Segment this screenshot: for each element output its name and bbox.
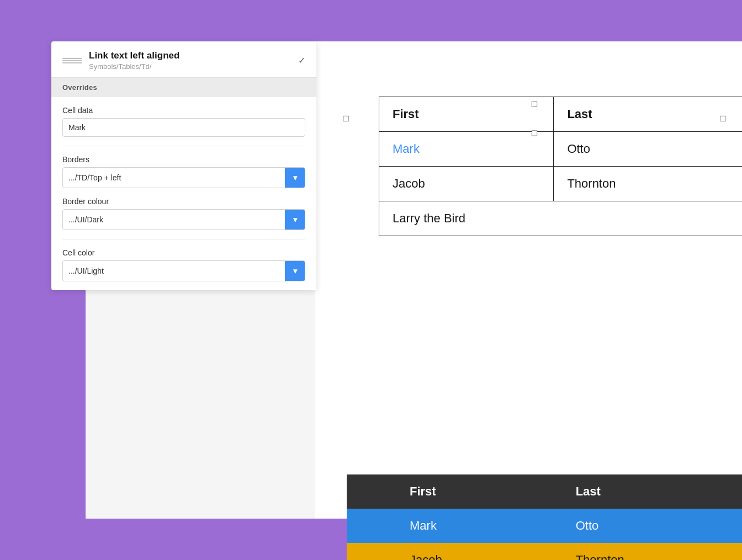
cell-color-select-text: .../UI/Light xyxy=(63,262,285,280)
dark-table-header-num xyxy=(347,474,396,509)
borders-label: Borders xyxy=(62,155,305,164)
dark-table-cell-num-2 xyxy=(347,543,396,560)
dark-table-cell-otto: Otto xyxy=(563,509,742,543)
white-table: First Last Mark Otto Jacob Thornton Larr… xyxy=(379,97,742,236)
table-row: Jacob Thornton xyxy=(347,543,742,560)
dark-table: First Last Mark Otto Jacob Thornton 3 La… xyxy=(347,474,742,560)
dark-table-header-first: First xyxy=(396,474,563,509)
cell-line-2 xyxy=(62,60,82,61)
dark-table-header-last: Last xyxy=(563,474,742,509)
cell-color-dropdown-button[interactable]: ▾ xyxy=(285,261,305,281)
borders-group: Borders .../TD/Top + left ▾ xyxy=(62,155,305,188)
divider-2 xyxy=(62,239,305,239)
cell-data-input[interactable] xyxy=(62,118,305,137)
panel-subtitle: Symbols/Tables/Td/ xyxy=(89,62,179,71)
white-table-cell-jacob: Jacob xyxy=(379,167,554,201)
white-table-cell-larry: Larry the Bird xyxy=(379,201,743,236)
chevron-icon[interactable]: ✓ xyxy=(298,55,305,66)
cell-color-select[interactable]: .../UI/Light ▾ xyxy=(62,260,305,281)
white-table-cell-otto: Otto xyxy=(554,132,742,167)
table-row: Jacob Thornton xyxy=(379,167,743,201)
white-table-cell-thornton: Thornton xyxy=(554,167,742,201)
table-row: Mark Otto xyxy=(347,509,742,543)
border-colour-dropdown-button[interactable]: ▾ xyxy=(285,210,305,230)
panel-title-group: Link text left aligned Symbols/Tables/Td… xyxy=(89,50,179,71)
border-colour-chevron-icon: ▾ xyxy=(293,215,297,224)
borders-select-text: .../TD/Top + left xyxy=(63,169,285,186)
border-colour-select[interactable]: .../UI/Dark ▾ xyxy=(62,209,305,230)
white-table-header-last: Last xyxy=(554,97,742,132)
white-table-cell-mark: Mark xyxy=(379,132,554,167)
border-colour-select-text: .../UI/Dark xyxy=(63,211,285,228)
dark-table-cell-jacob: Jacob xyxy=(396,543,563,560)
cell-color-label: Cell color xyxy=(62,248,305,257)
borders-dropdown-button[interactable]: ▾ xyxy=(285,168,305,188)
cell-line-1 xyxy=(62,58,82,59)
table-row: Mark Otto xyxy=(379,132,743,167)
cell-color-group: Cell color .../UI/Light ▾ xyxy=(62,248,305,281)
border-colour-group: Border colour .../UI/Dark ▾ xyxy=(62,197,305,230)
cell-color-chevron-icon: ▾ xyxy=(293,266,297,275)
divider-1 xyxy=(62,146,305,146)
cell-data-group: Cell data xyxy=(62,106,305,137)
borders-chevron-icon: ▾ xyxy=(293,173,297,182)
border-colour-label: Border colour xyxy=(62,197,305,206)
panel-header: Link text left aligned Symbols/Tables/Td… xyxy=(51,41,316,78)
dark-table-cell-mark: Mark xyxy=(396,509,563,543)
table-row: Larry the Bird xyxy=(379,201,743,236)
panel-header-left: Link text left aligned Symbols/Tables/Td… xyxy=(62,50,179,71)
cell-tiny-preview xyxy=(62,58,82,63)
cell-line-3 xyxy=(62,62,82,63)
cell-data-label: Cell data xyxy=(62,106,305,115)
overrides-header: Overrides xyxy=(51,78,316,97)
borders-select[interactable]: .../TD/Top + left ▾ xyxy=(62,167,305,188)
overrides-panel: Link text left aligned Symbols/Tables/Td… xyxy=(51,41,316,290)
dark-table-cell-thornton: Thornton xyxy=(563,543,742,560)
dark-table-cell-num-1 xyxy=(347,509,396,543)
panel-title: Link text left aligned xyxy=(89,50,179,61)
overrides-body: Cell data Borders .../TD/Top + left ▾ Bo… xyxy=(51,97,316,290)
white-table-header-first: First xyxy=(379,97,554,132)
